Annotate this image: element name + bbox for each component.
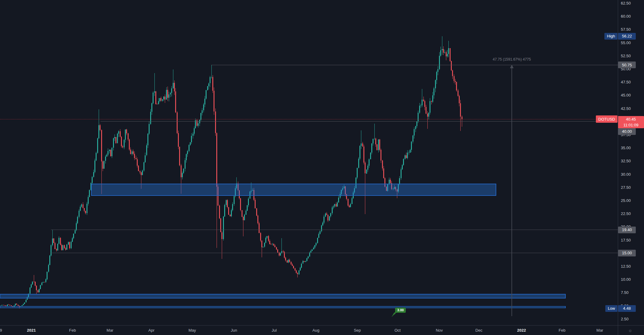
- time-tick-Dec: Dec: [475, 328, 482, 333]
- chart-canvas[interactable]: [0, 0, 618, 325]
- trading-chart-app: 62.5060.0057.5055.0052.5050.0047.5045.00…: [0, 0, 644, 335]
- price-axis-separator: [618, 0, 618, 335]
- time-tick-2022: 2022: [517, 328, 526, 333]
- time-tick-Jul: Jul: [272, 328, 277, 333]
- time-tick-Mar: Mar: [107, 328, 113, 333]
- price-tick-17.50: 17.50: [621, 238, 631, 242]
- price-tick-30.00: 30.00: [621, 172, 631, 176]
- time-tick-May: May: [189, 328, 196, 333]
- time-tick-Feb: Feb: [69, 328, 76, 333]
- time-tick-Aug: Aug: [312, 328, 319, 333]
- marker-tag-high: High: [604, 33, 617, 40]
- axis-settings-icon[interactable]: ☼: [628, 328, 632, 333]
- price-tick-57.50: 57.50: [621, 27, 631, 32]
- time-tick-Nov: Nov: [436, 328, 443, 333]
- price-badge-low: 4.48: [618, 305, 636, 312]
- time-tick-Oct: Oct: [395, 328, 401, 333]
- price-callout-3-00[interactable]: 3.00: [395, 308, 406, 313]
- price-tick-62.50: 62.50: [621, 1, 631, 5]
- marker-tag-low: Low: [605, 305, 617, 312]
- price-tick-25.00: 25.00: [621, 198, 631, 203]
- price-tick-55.00: 55.00: [621, 40, 631, 45]
- price-tick-2.50: 2.50: [621, 316, 628, 321]
- current-price-badge: 40.45 11:01:09: [618, 116, 644, 128]
- time-tick-9: 9: [0, 328, 2, 333]
- price-badge-level-5075: 50.75: [618, 62, 636, 68]
- price-tick-27.50: 27.50: [621, 185, 631, 189]
- price-tick-7.50: 7.50: [621, 290, 628, 295]
- time-tick-Sep: Sep: [354, 328, 361, 333]
- price-tick-35.00: 35.00: [621, 146, 631, 150]
- price-tick-45.00: 45.00: [621, 93, 631, 97]
- time-tick-Mar: Mar: [596, 328, 603, 333]
- price-tick-32.50: 32.50: [621, 159, 631, 163]
- time-tick-Jun: Jun: [231, 328, 237, 333]
- time-tick-2021: 2021: [27, 328, 36, 333]
- price-badge-level-1940: 19.40: [618, 227, 636, 233]
- time-tick-Apr: Apr: [148, 328, 154, 333]
- time-axis-separator: [0, 325, 644, 326]
- symbol-price-tag: DOTUSD: [596, 115, 617, 123]
- bar-countdown: 11:01:09: [623, 122, 639, 128]
- time-tick-Feb: Feb: [559, 328, 565, 333]
- current-price-value: 40.45: [626, 116, 636, 122]
- price-tick-52.50: 52.50: [621, 53, 631, 58]
- price-badge-high: 56.22: [618, 33, 636, 40]
- price-badge-level-1500: 15.00: [618, 250, 636, 256]
- price-tick-22.50: 22.50: [621, 211, 631, 216]
- price-badge-level-4000: 40.00: [618, 128, 636, 135]
- price-tick-12.50: 12.50: [621, 264, 631, 269]
- price-tick-47.50: 47.50: [621, 80, 631, 84]
- price-tick-42.50: 42.50: [621, 106, 631, 111]
- price-tick-60.00: 60.00: [621, 14, 631, 19]
- price-range-measurement-label[interactable]: 47.75 (1591.67%) 4775: [475, 57, 549, 62]
- price-tick-10.00: 10.00: [621, 277, 631, 282]
